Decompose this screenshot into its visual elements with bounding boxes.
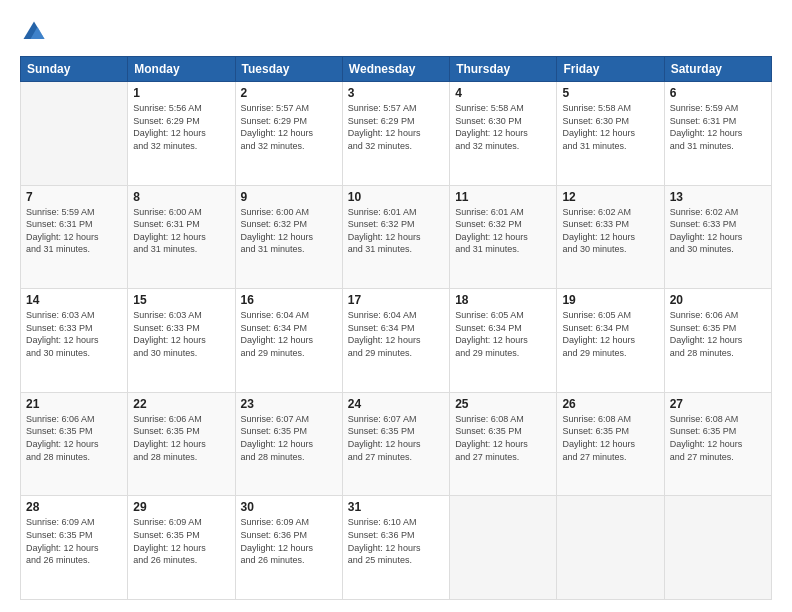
day-cell: 10Sunrise: 6:01 AMSunset: 6:32 PMDayligh… [342, 185, 449, 289]
day-info: Sunrise: 6:09 AMSunset: 6:35 PMDaylight:… [26, 516, 122, 566]
day-cell: 1Sunrise: 5:56 AMSunset: 6:29 PMDaylight… [128, 82, 235, 186]
day-info: Sunrise: 6:01 AMSunset: 6:32 PMDaylight:… [455, 206, 551, 256]
day-cell [557, 496, 664, 600]
day-info: Sunrise: 6:05 AMSunset: 6:34 PMDaylight:… [455, 309, 551, 359]
day-info: Sunrise: 6:07 AMSunset: 6:35 PMDaylight:… [241, 413, 337, 463]
calendar-table: SundayMondayTuesdayWednesdayThursdayFrid… [20, 56, 772, 600]
day-number: 26 [562, 397, 658, 411]
day-info: Sunrise: 6:04 AMSunset: 6:34 PMDaylight:… [241, 309, 337, 359]
week-row-2: 7Sunrise: 5:59 AMSunset: 6:31 PMDaylight… [21, 185, 772, 289]
day-info: Sunrise: 6:03 AMSunset: 6:33 PMDaylight:… [133, 309, 229, 359]
day-number: 6 [670, 86, 766, 100]
day-cell: 30Sunrise: 6:09 AMSunset: 6:36 PMDayligh… [235, 496, 342, 600]
weekday-header-sunday: Sunday [21, 57, 128, 82]
day-cell: 15Sunrise: 6:03 AMSunset: 6:33 PMDayligh… [128, 289, 235, 393]
weekday-header-wednesday: Wednesday [342, 57, 449, 82]
calendar-page: SundayMondayTuesdayWednesdayThursdayFrid… [0, 0, 792, 612]
day-number: 25 [455, 397, 551, 411]
day-number: 19 [562, 293, 658, 307]
day-info: Sunrise: 6:03 AMSunset: 6:33 PMDaylight:… [26, 309, 122, 359]
day-number: 13 [670, 190, 766, 204]
day-cell: 22Sunrise: 6:06 AMSunset: 6:35 PMDayligh… [128, 392, 235, 496]
day-number: 1 [133, 86, 229, 100]
day-info: Sunrise: 5:57 AMSunset: 6:29 PMDaylight:… [348, 102, 444, 152]
day-info: Sunrise: 6:06 AMSunset: 6:35 PMDaylight:… [670, 309, 766, 359]
day-cell: 29Sunrise: 6:09 AMSunset: 6:35 PMDayligh… [128, 496, 235, 600]
day-number: 28 [26, 500, 122, 514]
day-cell: 3Sunrise: 5:57 AMSunset: 6:29 PMDaylight… [342, 82, 449, 186]
day-number: 20 [670, 293, 766, 307]
day-cell: 26Sunrise: 6:08 AMSunset: 6:35 PMDayligh… [557, 392, 664, 496]
day-cell: 13Sunrise: 6:02 AMSunset: 6:33 PMDayligh… [664, 185, 771, 289]
day-cell: 7Sunrise: 5:59 AMSunset: 6:31 PMDaylight… [21, 185, 128, 289]
logo-icon [20, 18, 48, 46]
day-number: 31 [348, 500, 444, 514]
day-number: 11 [455, 190, 551, 204]
day-cell: 21Sunrise: 6:06 AMSunset: 6:35 PMDayligh… [21, 392, 128, 496]
week-row-5: 28Sunrise: 6:09 AMSunset: 6:35 PMDayligh… [21, 496, 772, 600]
day-cell: 9Sunrise: 6:00 AMSunset: 6:32 PMDaylight… [235, 185, 342, 289]
day-info: Sunrise: 6:06 AMSunset: 6:35 PMDaylight:… [26, 413, 122, 463]
day-info: Sunrise: 5:56 AMSunset: 6:29 PMDaylight:… [133, 102, 229, 152]
day-info: Sunrise: 5:58 AMSunset: 6:30 PMDaylight:… [455, 102, 551, 152]
day-number: 27 [670, 397, 766, 411]
day-info: Sunrise: 6:04 AMSunset: 6:34 PMDaylight:… [348, 309, 444, 359]
day-number: 22 [133, 397, 229, 411]
day-info: Sunrise: 6:02 AMSunset: 6:33 PMDaylight:… [562, 206, 658, 256]
day-info: Sunrise: 6:00 AMSunset: 6:32 PMDaylight:… [241, 206, 337, 256]
day-number: 24 [348, 397, 444, 411]
day-info: Sunrise: 6:09 AMSunset: 6:35 PMDaylight:… [133, 516, 229, 566]
weekday-header-monday: Monday [128, 57, 235, 82]
day-info: Sunrise: 6:08 AMSunset: 6:35 PMDaylight:… [455, 413, 551, 463]
day-info: Sunrise: 5:59 AMSunset: 6:31 PMDaylight:… [26, 206, 122, 256]
day-info: Sunrise: 5:59 AMSunset: 6:31 PMDaylight:… [670, 102, 766, 152]
day-number: 4 [455, 86, 551, 100]
day-cell: 12Sunrise: 6:02 AMSunset: 6:33 PMDayligh… [557, 185, 664, 289]
day-cell: 11Sunrise: 6:01 AMSunset: 6:32 PMDayligh… [450, 185, 557, 289]
day-info: Sunrise: 6:08 AMSunset: 6:35 PMDaylight:… [562, 413, 658, 463]
day-cell: 20Sunrise: 6:06 AMSunset: 6:35 PMDayligh… [664, 289, 771, 393]
day-cell: 31Sunrise: 6:10 AMSunset: 6:36 PMDayligh… [342, 496, 449, 600]
week-row-1: 1Sunrise: 5:56 AMSunset: 6:29 PMDaylight… [21, 82, 772, 186]
weekday-header-row: SundayMondayTuesdayWednesdayThursdayFrid… [21, 57, 772, 82]
header [20, 18, 772, 46]
day-number: 18 [455, 293, 551, 307]
day-cell [664, 496, 771, 600]
day-cell [450, 496, 557, 600]
weekday-header-thursday: Thursday [450, 57, 557, 82]
day-info: Sunrise: 5:57 AMSunset: 6:29 PMDaylight:… [241, 102, 337, 152]
weekday-header-friday: Friday [557, 57, 664, 82]
day-cell: 27Sunrise: 6:08 AMSunset: 6:35 PMDayligh… [664, 392, 771, 496]
day-cell: 19Sunrise: 6:05 AMSunset: 6:34 PMDayligh… [557, 289, 664, 393]
logo [20, 18, 52, 46]
day-cell: 28Sunrise: 6:09 AMSunset: 6:35 PMDayligh… [21, 496, 128, 600]
day-info: Sunrise: 6:10 AMSunset: 6:36 PMDaylight:… [348, 516, 444, 566]
day-info: Sunrise: 6:05 AMSunset: 6:34 PMDaylight:… [562, 309, 658, 359]
day-number: 15 [133, 293, 229, 307]
day-number: 5 [562, 86, 658, 100]
day-number: 17 [348, 293, 444, 307]
day-info: Sunrise: 6:01 AMSunset: 6:32 PMDaylight:… [348, 206, 444, 256]
day-number: 8 [133, 190, 229, 204]
day-cell: 16Sunrise: 6:04 AMSunset: 6:34 PMDayligh… [235, 289, 342, 393]
day-cell: 8Sunrise: 6:00 AMSunset: 6:31 PMDaylight… [128, 185, 235, 289]
day-cell: 17Sunrise: 6:04 AMSunset: 6:34 PMDayligh… [342, 289, 449, 393]
day-info: Sunrise: 6:02 AMSunset: 6:33 PMDaylight:… [670, 206, 766, 256]
day-number: 12 [562, 190, 658, 204]
day-number: 21 [26, 397, 122, 411]
day-info: Sunrise: 6:09 AMSunset: 6:36 PMDaylight:… [241, 516, 337, 566]
day-cell [21, 82, 128, 186]
day-info: Sunrise: 5:58 AMSunset: 6:30 PMDaylight:… [562, 102, 658, 152]
weekday-header-saturday: Saturday [664, 57, 771, 82]
day-info: Sunrise: 6:08 AMSunset: 6:35 PMDaylight:… [670, 413, 766, 463]
day-number: 9 [241, 190, 337, 204]
day-cell: 25Sunrise: 6:08 AMSunset: 6:35 PMDayligh… [450, 392, 557, 496]
week-row-4: 21Sunrise: 6:06 AMSunset: 6:35 PMDayligh… [21, 392, 772, 496]
day-number: 23 [241, 397, 337, 411]
day-number: 10 [348, 190, 444, 204]
day-cell: 6Sunrise: 5:59 AMSunset: 6:31 PMDaylight… [664, 82, 771, 186]
day-number: 2 [241, 86, 337, 100]
day-number: 14 [26, 293, 122, 307]
day-info: Sunrise: 6:06 AMSunset: 6:35 PMDaylight:… [133, 413, 229, 463]
day-number: 7 [26, 190, 122, 204]
